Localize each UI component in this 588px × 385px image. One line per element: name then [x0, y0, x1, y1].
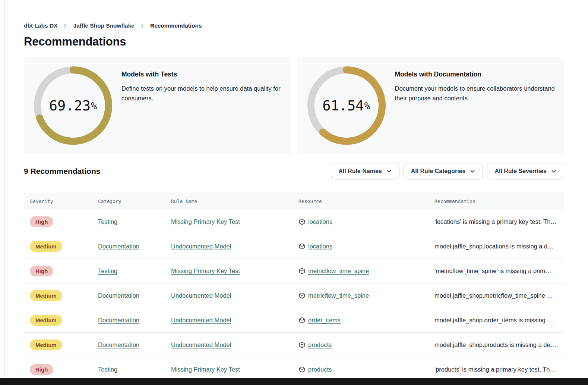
category-link[interactable]: Documentation [98, 243, 139, 250]
recommendation-text: model.jaffle_shop.locations is missing a… [434, 243, 564, 250]
recommendation-text: model.jaffle_shop.metricflow_time_spine … [434, 292, 564, 299]
category-link[interactable]: Testing [98, 366, 117, 373]
breadcrumb-item-recommendations: Recommendations [150, 22, 202, 29]
resource-link[interactable]: products [308, 341, 332, 348]
models-with-tests-card: 69.23% Models with Tests Define tests on… [24, 57, 291, 154]
model-cube-icon [298, 317, 306, 324]
model-cube-icon [298, 218, 306, 225]
chevron-down-icon [386, 168, 392, 174]
rule-name-link[interactable]: Undocumented Model [171, 292, 231, 299]
rule-name-link[interactable]: Missing Primary Key Test [171, 366, 240, 373]
chevron-down-icon [470, 168, 475, 174]
severity-badge: Medium [30, 339, 62, 350]
breadcrumb-item-dbt-labs-dx[interactable]: dbt Labs DX [24, 22, 57, 29]
chevron-right-icon [63, 23, 68, 28]
recommendation-text: model.jaffle_shop.products is missing a … [434, 341, 564, 348]
rule-name-link[interactable]: Missing Primary Key Test [171, 218, 240, 225]
documentation-percentage-value: 61.54% [306, 65, 387, 146]
filter-bar: All Rule Names All Rule Categories All R… [331, 163, 564, 179]
column-header-recommendation: Recommendation [434, 198, 564, 204]
rule-name-link[interactable]: Missing Primary Key Test [171, 267, 240, 274]
resource-link[interactable]: order_items [308, 317, 341, 324]
table-row: Medium Documentation Undocumented Model … [24, 333, 564, 357]
tests-card-title: Models with Tests [121, 71, 282, 78]
rule-names-filter-label: All Rule Names [338, 168, 382, 175]
column-header-severity: Severity [24, 198, 98, 204]
category-link[interactable]: Testing [98, 218, 117, 225]
list-header: 9 Recommendations All Rule Names All Rul… [24, 163, 564, 179]
severity-badge: Medium [30, 290, 62, 301]
category-link[interactable]: Documentation [98, 341, 139, 348]
tests-percentage-value: 69.23% [33, 65, 113, 146]
tests-card-description: Define tests on your models to help ensu… [121, 84, 282, 103]
chevron-right-icon [140, 23, 145, 28]
rule-name-link[interactable]: Undocumented Model [171, 243, 231, 250]
severity-badge: Medium [30, 241, 62, 252]
breadcrumb: dbt Labs DX Jaffle Shop Snowflake Recomm… [24, 0, 564, 29]
recommendation-text: model.jaffle_shop.order_items is missing… [434, 317, 564, 324]
model-cube-icon [298, 341, 306, 348]
model-cube-icon [298, 243, 306, 250]
metric-cards: 69.23% Models with Tests Define tests on… [24, 57, 564, 154]
recommendation-text: 'locations' is missing a primary key tes… [434, 218, 564, 225]
rule-severities-filter-label: All Rule Severities [494, 168, 547, 175]
severity-badge: High [30, 216, 53, 227]
rule-severities-filter-dropdown[interactable]: All Rule Severities [487, 163, 564, 179]
table-row: Medium Documentation Undocumented Model … [24, 234, 564, 259]
model-cube-icon [298, 292, 306, 299]
documentation-card-title: Models with Documentation [395, 71, 556, 78]
resource-link[interactable]: locations [308, 243, 332, 250]
chevron-down-icon [551, 168, 557, 174]
main-content: dbt Labs DX Jaffle Shop Snowflake Recomm… [24, 0, 564, 382]
column-header-rule-name: Rule Name [171, 198, 298, 204]
documentation-donut-chart: 61.54% [306, 65, 387, 146]
recommendations-count: 9 Recommendations [24, 167, 100, 176]
category-link[interactable]: Documentation [98, 292, 139, 299]
recommendation-text: 'metricflow_time_spine' is missing a pri… [434, 267, 564, 275]
models-with-documentation-card: 61.54% Models with Documentation Documen… [297, 57, 565, 154]
table-row: Medium Documentation Undocumented Model … [24, 308, 564, 333]
resource-link[interactable]: metricflow_time_spine [308, 267, 369, 275]
category-link[interactable]: Documentation [98, 317, 139, 323]
resource-link[interactable]: products [308, 366, 332, 373]
sidebar-divider [4, 0, 5, 385]
page-title: Recommendations [24, 35, 564, 48]
table-row: Medium Documentation Undocumented Model … [24, 284, 564, 308]
recommendations-table: Severity Category Rule Name Resource Rec… [24, 192, 564, 382]
rule-categories-filter-dropdown[interactable]: All Rule Categories [404, 163, 483, 179]
rule-names-filter-dropdown[interactable]: All Rule Names [331, 163, 399, 179]
model-cube-icon [298, 267, 306, 275]
column-header-category: Category [98, 198, 171, 204]
documentation-card-description: Document your models to ensure collabora… [395, 84, 556, 103]
table-body: High Testing Missing Primary Key Test lo… [24, 210, 564, 382]
table-row: High Testing Missing Primary Key Test lo… [24, 210, 564, 234]
rule-name-link[interactable]: Undocumented Model [171, 317, 231, 323]
resource-link[interactable]: locations [308, 218, 332, 225]
breadcrumb-item-jaffle-shop-snowflake[interactable]: Jaffle Shop Snowflake [73, 22, 135, 29]
bottom-cutoff-strip [0, 378, 588, 385]
rule-name-link[interactable]: Undocumented Model [171, 341, 231, 348]
tests-donut-chart: 69.23% [33, 65, 113, 146]
severity-badge: Medium [30, 315, 62, 326]
table-row: High Testing Missing Primary Key Test me… [24, 259, 564, 284]
category-link[interactable]: Testing [98, 267, 117, 274]
table-header-row: Severity Category Rule Name Resource Rec… [24, 192, 564, 210]
column-header-resource: Resource [298, 198, 434, 204]
model-cube-icon [298, 366, 306, 373]
recommendation-text: 'products' is missing a primary key test… [434, 366, 564, 373]
rule-categories-filter-label: All Rule Categories [411, 168, 466, 175]
severity-badge: High [30, 364, 53, 375]
severity-badge: High [30, 266, 53, 276]
resource-link[interactable]: metricflow_time_spine [308, 292, 369, 299]
